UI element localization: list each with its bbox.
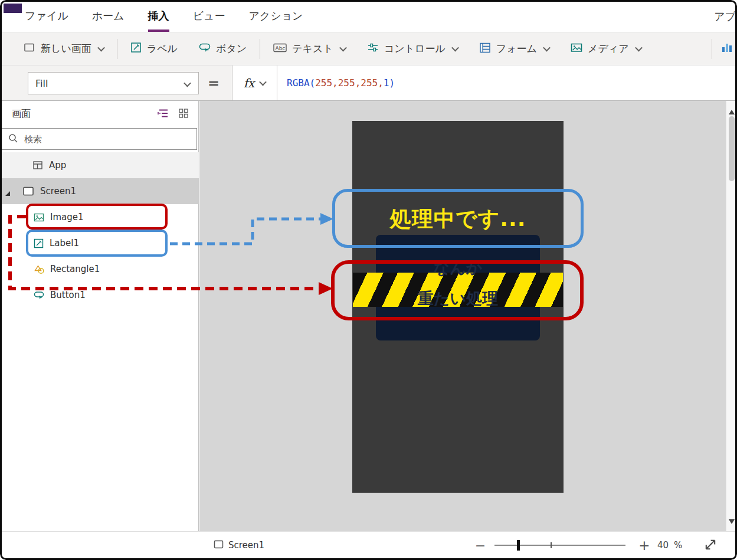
formula-input[interactable]: RGBA(255, 255, 255, 1) bbox=[277, 66, 737, 100]
formula-token: , bbox=[355, 77, 361, 89]
new-screen-button[interactable]: 新しい画面 bbox=[13, 32, 114, 65]
ribbon-divider bbox=[117, 39, 117, 59]
canvas-area[interactable]: 処理中です... なんか 重たい処理 bbox=[199, 101, 726, 531]
chevron-down-icon bbox=[259, 78, 267, 86]
phone-screen-preview[interactable]: 処理中です... なんか 重たい処理 bbox=[352, 121, 564, 493]
scrollbar-thumb[interactable] bbox=[729, 116, 735, 181]
canvas-image1-hazard-stripes[interactable] bbox=[353, 273, 563, 307]
control-button[interactable]: コントロール bbox=[356, 32, 469, 65]
scroll-up-icon[interactable] bbox=[729, 106, 735, 117]
search-box bbox=[1, 128, 197, 150]
formula-token: ) bbox=[389, 77, 395, 89]
menu-action[interactable]: アクション bbox=[248, 0, 303, 32]
label-button[interactable]: ラベル bbox=[120, 32, 188, 65]
text-button[interactable]: Abc テキスト bbox=[263, 32, 356, 65]
chart-button[interactable] bbox=[715, 32, 737, 65]
form-icon bbox=[479, 42, 491, 56]
menu-bar: ファイル ホーム 挿入 ビュー アクション アプ bbox=[0, 0, 737, 32]
chevron-down-icon bbox=[97, 44, 105, 52]
equals-sign: = bbox=[208, 66, 220, 101]
label-icon bbox=[34, 238, 44, 248]
zoom-slider-track bbox=[494, 545, 625, 546]
formula-bar: Fill = fx RGBA(255, 255, 255, 1) bbox=[0, 66, 737, 101]
chevron-down-icon bbox=[635, 44, 643, 52]
tree-item-button1[interactable]: Button1 bbox=[0, 282, 199, 308]
ribbon-divider bbox=[712, 39, 712, 59]
screens-panel: 画面 App bbox=[0, 101, 199, 531]
ribbon-spacer bbox=[652, 32, 709, 65]
menu-view[interactable]: ビュー bbox=[193, 0, 225, 32]
bar-chart-icon bbox=[722, 42, 733, 55]
fit-to-window-icon[interactable] bbox=[703, 538, 718, 554]
screen-icon bbox=[22, 186, 34, 197]
formula-token: 255 bbox=[338, 77, 355, 89]
powerapps-studio-window: ファイル ホーム 挿入 ビュー アクション アプ 新しい画面 ラベル ボタン bbox=[0, 0, 737, 560]
menu-home[interactable]: ホーム bbox=[92, 0, 125, 32]
status-screen1[interactable]: Screen1 bbox=[214, 532, 264, 559]
formula-token: 255 bbox=[361, 77, 378, 89]
ribbon-divider bbox=[260, 39, 260, 59]
svg-text:Abc: Abc bbox=[276, 45, 286, 51]
panel-view-toggles bbox=[157, 108, 189, 121]
property-dropdown[interactable]: Fill bbox=[28, 72, 199, 94]
chevron-down-icon bbox=[184, 80, 191, 87]
button-icon bbox=[34, 290, 44, 300]
zoom-slider[interactable] bbox=[494, 539, 625, 552]
formula-token: 255 bbox=[315, 77, 332, 89]
zoom-percentage-unit: % bbox=[674, 540, 682, 551]
tree-item-screen1[interactable]: Screen1 bbox=[0, 178, 199, 204]
form-button[interactable]: フォーム bbox=[469, 32, 560, 65]
chevron-down-icon bbox=[451, 44, 459, 52]
formula-token: RGBA( bbox=[287, 77, 315, 89]
text-abc-icon: Abc bbox=[273, 42, 287, 56]
tree-item-app[interactable]: App bbox=[0, 152, 199, 178]
grid-view-icon[interactable] bbox=[178, 108, 189, 121]
formula-token: , bbox=[378, 77, 384, 89]
image-icon bbox=[34, 212, 44, 222]
search-icon bbox=[8, 133, 18, 146]
control-sliders-icon bbox=[367, 42, 379, 55]
formula-token: , bbox=[332, 77, 338, 89]
fx-dropdown[interactable]: fx bbox=[232, 66, 277, 100]
zoom-percentage-value[interactable]: 40 bbox=[657, 540, 669, 551]
app-accent-chip bbox=[4, 4, 22, 13]
scroll-down-icon[interactable] bbox=[729, 515, 735, 526]
tree-view-icon[interactable] bbox=[157, 108, 169, 121]
zoom-in-button[interactable]: + bbox=[637, 536, 651, 554]
shapes-icon bbox=[34, 264, 44, 274]
menu-right-truncated[interactable]: アプ bbox=[714, 0, 736, 32]
search-input[interactable] bbox=[23, 133, 196, 145]
status-bar: Screen1 − + 40 % bbox=[0, 531, 737, 558]
media-button[interactable]: メディア bbox=[560, 32, 652, 65]
menu-insert[interactable]: 挿入 bbox=[148, 0, 169, 32]
zoom-out-button[interactable]: − bbox=[473, 536, 487, 554]
screen-icon bbox=[214, 540, 224, 551]
expand-caret-icon[interactable] bbox=[5, 188, 11, 199]
new-screen-icon bbox=[24, 42, 35, 55]
menu-file[interactable]: ファイル bbox=[25, 0, 68, 32]
tree-item-rectangle1[interactable]: Rectangle1 bbox=[0, 256, 199, 282]
zoom-slider-tick bbox=[551, 542, 552, 548]
app-icon bbox=[32, 160, 43, 171]
vertical-scrollbar[interactable] bbox=[726, 101, 737, 531]
formula-token: 1 bbox=[384, 77, 389, 89]
ribbon-toolbar: 新しい画面 ラベル ボタン Abc テキスト bbox=[0, 32, 737, 66]
button-button[interactable]: ボタン bbox=[188, 32, 257, 65]
canvas-label1-processing-text[interactable]: 処理中です... bbox=[352, 205, 564, 234]
media-image-icon bbox=[571, 42, 582, 55]
chevron-down-icon bbox=[339, 44, 347, 52]
button-icon bbox=[199, 42, 211, 55]
tree-item-image1[interactable]: Image1 bbox=[0, 204, 199, 230]
fx-label: fx bbox=[244, 76, 255, 90]
zoom-slider-thumb[interactable] bbox=[517, 540, 520, 551]
panel-title: 画面 bbox=[12, 108, 31, 120]
label-icon bbox=[130, 42, 142, 55]
tree-item-label1[interactable]: Label1 bbox=[0, 230, 199, 256]
chevron-down-icon bbox=[543, 44, 551, 52]
